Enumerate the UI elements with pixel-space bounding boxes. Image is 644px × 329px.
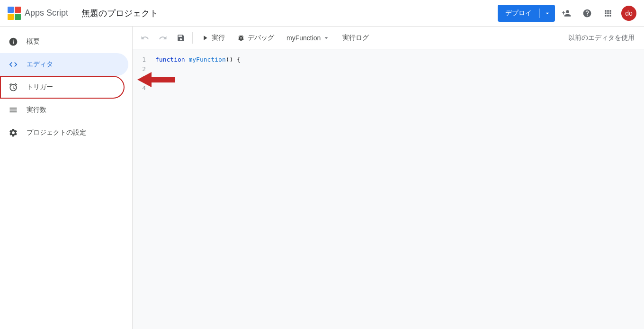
old-editor-link[interactable]: 以前のエディタを使用 [563,34,640,42]
deploy-dropdown-button[interactable] [540,5,555,22]
deploy-button-group[interactable]: デプロイ [498,5,555,22]
function-selector[interactable]: myFunction [281,29,336,46]
execution-log-button[interactable]: 実行ログ [337,29,375,46]
sidebar-overview-label: 概要 [27,37,40,46]
main-layout: 概要 エディタ トリガー 実行数 プロジェクトの設定 [0,27,644,329]
apps-icon [603,9,613,18]
settings-icon [8,127,19,138]
debug-button[interactable]: デバッグ [232,29,280,46]
avatar[interactable]: do [621,6,636,21]
deploy-main-button[interactable]: デプロイ [498,5,539,22]
code-editor: 1 2 3 4 function myFunction() { [133,49,644,329]
undo-button[interactable] [136,29,153,46]
svg-rect-3 [15,14,21,20]
line-number-2: 2 [133,64,152,74]
run-label: 実行 [212,34,225,42]
line-number-4: 4 [133,83,152,93]
toolbar-divider-1 [192,32,193,44]
sidebar-executions-label: 実行数 [27,106,46,114]
app-logo: Apps Script [8,7,68,20]
header: Apps Script 無題のプロジェクト デプロイ do [0,0,644,27]
apps-button[interactable] [599,4,617,23]
sidebar-triggers-label: トリガー [27,83,53,91]
sidebar: 概要 エディタ トリガー 実行数 プロジェクトの設定 [0,27,133,329]
run-icon [201,34,209,42]
undo-icon [141,34,149,42]
dropdown-icon [322,34,330,42]
save-icon [177,34,185,42]
help-button[interactable] [578,4,597,23]
sidebar-item-editor[interactable]: エディタ [0,53,128,76]
info-icon [8,36,19,47]
code-icon [8,59,19,70]
sidebar-item-overview[interactable]: 概要 [0,30,128,53]
sidebar-editor-label: エディタ [27,60,53,69]
save-button[interactable] [172,29,189,46]
run-button[interactable]: 実行 [196,29,231,46]
line-number-3: 3 [133,74,152,83]
google-logo-icon [8,7,21,20]
svg-rect-0 [8,7,14,13]
execution-log-label: 実行ログ [342,34,369,42]
debug-label: デバッグ [248,34,274,42]
sidebar-item-triggers[interactable]: トリガー [0,76,128,99]
function-name: myFunction [286,34,321,42]
redo-icon [159,34,167,42]
svg-rect-2 [8,14,14,20]
app-name: Apps Script [25,8,68,18]
person-add-icon [562,9,571,18]
project-name: 無題のプロジェクト [81,8,158,19]
svg-rect-1 [15,7,21,13]
sidebar-settings-label: プロジェクトの設定 [27,128,86,137]
sidebar-item-settings[interactable]: プロジェクトの設定 [0,121,128,144]
line-numbers: 1 2 3 4 [133,49,152,329]
trigger-icon [8,82,19,93]
debug-icon [237,34,245,42]
help-icon [582,9,592,18]
executions-icon [8,104,19,116]
line-number-1: 1 [133,55,152,64]
code-content[interactable]: function myFunction() { [152,49,644,329]
toolbar: 実行 デバッグ myFunction 実行ログ 以前のエディタを使用 [133,27,644,49]
sidebar-item-executions[interactable]: 実行数 [0,99,128,121]
redo-button[interactable] [154,29,171,46]
chevron-down-icon [544,9,551,17]
add-user-button[interactable] [557,4,576,23]
editor-area: 実行 デバッグ myFunction 実行ログ 以前のエディタを使用 1 2 3 [133,27,644,329]
